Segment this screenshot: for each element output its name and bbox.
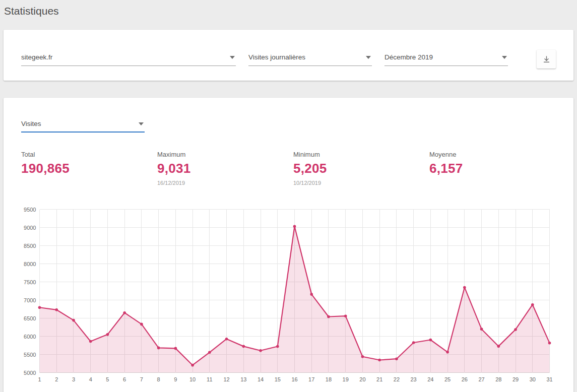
svg-text:17: 17 — [308, 376, 314, 382]
svg-text:15: 15 — [275, 376, 281, 382]
chevron-down-icon — [502, 56, 507, 59]
site-select-value: sitegeek.fr — [21, 53, 52, 61]
svg-text:10: 10 — [189, 376, 196, 382]
metric-select-value: Visites journalières — [248, 53, 305, 61]
statistics-card: Visites Total 190,865 Maximum 9,031 16/1… — [4, 98, 573, 392]
svg-text:9: 9 — [174, 376, 177, 382]
svg-text:4: 4 — [89, 376, 92, 382]
svg-text:13: 13 — [240, 376, 246, 382]
svg-text:2: 2 — [55, 376, 58, 382]
svg-text:19: 19 — [343, 376, 349, 382]
svg-text:6500: 6500 — [24, 315, 36, 321]
kpi-maximum: Maximum 9,031 16/12/2019 — [157, 151, 293, 186]
svg-text:5: 5 — [106, 376, 109, 382]
svg-text:7: 7 — [140, 376, 143, 382]
svg-text:20: 20 — [359, 376, 365, 382]
svg-text:8500: 8500 — [24, 243, 36, 249]
svg-text:31: 31 — [546, 376, 552, 382]
kpi-average: Moyenne 6,157 — [429, 151, 565, 186]
svg-text:21: 21 — [376, 376, 382, 382]
svg-text:14: 14 — [258, 376, 264, 382]
kpi-label: Minimum — [293, 151, 429, 158]
svg-text:7000: 7000 — [24, 297, 36, 303]
svg-text:12: 12 — [223, 376, 229, 382]
svg-text:27: 27 — [478, 376, 484, 382]
page-title: Statistiques — [4, 5, 573, 17]
svg-text:16: 16 — [291, 376, 297, 382]
kpi-date — [429, 180, 565, 186]
svg-text:29: 29 — [512, 376, 519, 382]
metric-select[interactable]: Visites journalières — [248, 53, 372, 66]
svg-text:25: 25 — [444, 376, 451, 382]
svg-text:22: 22 — [394, 376, 400, 382]
kpi-value: 5,205 — [293, 161, 429, 176]
kpi-value: 9,031 — [157, 161, 293, 176]
svg-text:18: 18 — [326, 376, 332, 382]
chevron-down-icon — [139, 122, 144, 125]
kpi-date: 10/12/2019 — [293, 180, 429, 186]
svg-text:8: 8 — [157, 376, 160, 382]
svg-text:9000: 9000 — [24, 225, 36, 231]
svg-text:23: 23 — [411, 376, 417, 382]
site-select[interactable]: sitegeek.fr — [21, 53, 236, 66]
period-select[interactable]: Décembre 2019 — [384, 53, 508, 66]
svg-text:6000: 6000 — [24, 334, 36, 340]
chevron-down-icon — [230, 56, 235, 59]
svg-text:6: 6 — [123, 376, 126, 382]
visits-area-chart[interactable]: 5000550060006500700075008000850090009500… — [21, 205, 555, 384]
kpi-value: 6,157 — [429, 161, 565, 176]
kpi-minimum: Minimum 5,205 10/12/2019 — [293, 151, 429, 186]
period-select-value: Décembre 2019 — [384, 53, 433, 61]
kpi-label: Total — [21, 151, 157, 158]
chart-area: 5000550060006500700075008000850090009500… — [21, 205, 556, 384]
svg-text:11: 11 — [207, 376, 212, 382]
kpi-label: Maximum — [157, 151, 293, 158]
series-select-value: Visites — [21, 120, 41, 127]
svg-text:9500: 9500 — [24, 207, 36, 213]
kpi-total: Total 190,865 — [21, 151, 157, 186]
svg-text:7500: 7500 — [24, 279, 36, 285]
svg-text:24: 24 — [427, 376, 433, 382]
kpi-value: 190,865 — [21, 161, 157, 176]
kpi-row: Total 190,865 Maximum 9,031 16/12/2019 M… — [21, 151, 556, 186]
kpi-date: 16/12/2019 — [157, 180, 293, 186]
series-select[interactable]: Visites — [21, 120, 145, 133]
svg-text:8000: 8000 — [24, 261, 36, 267]
download-button[interactable] — [537, 50, 556, 69]
svg-text:5500: 5500 — [24, 352, 36, 358]
kpi-date — [21, 180, 157, 186]
svg-text:5000: 5000 — [24, 370, 36, 376]
svg-text:3: 3 — [72, 376, 75, 382]
download-icon — [542, 55, 551, 63]
svg-text:30: 30 — [530, 376, 536, 382]
filters-toolbar: sitegeek.fr Visites journalières Décembr… — [4, 30, 573, 81]
kpi-label: Moyenne — [429, 151, 565, 158]
chevron-down-icon — [366, 56, 371, 59]
page-header: Statistiques — [0, 0, 577, 17]
svg-text:1: 1 — [38, 376, 41, 382]
svg-text:28: 28 — [495, 376, 501, 382]
svg-text:26: 26 — [462, 376, 468, 382]
